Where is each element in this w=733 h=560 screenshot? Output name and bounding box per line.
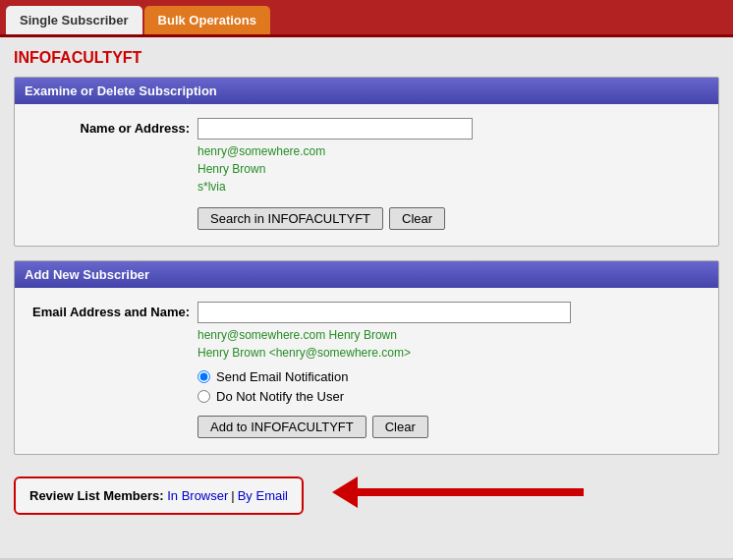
email-name-row: Email Address and Name: henry@somewhere.… <box>30 302 703 362</box>
hint-wildcard: s*lvia <box>197 180 226 194</box>
email-name-input[interactable] <box>197 302 571 323</box>
hint-name: Henry Brown <box>197 162 265 176</box>
review-bar: Review List Members: In Browser | By Ema… <box>14 476 304 515</box>
add-hint-2: Henry Brown <henry@somewhere.com> <box>197 346 411 360</box>
name-address-row: Name or Address: henry@somewhere.com Hen… <box>30 118 703 196</box>
add-clear-button[interactable]: Clear <box>372 416 428 438</box>
radio-notify-row: Send Email Notification <box>197 369 703 384</box>
add-section-body: Email Address and Name: henry@somewhere.… <box>15 288 718 454</box>
hint-email: henry@somewhere.com <box>197 144 325 158</box>
examine-hints: henry@somewhere.com Henry Brown s*lvia <box>197 142 703 196</box>
tab-single-subscriber[interactable]: Single Subscriber <box>6 6 142 34</box>
name-address-label: Name or Address: <box>30 118 197 136</box>
main-content: INFOFACULTYFT Examine or Delete Subscrip… <box>0 37 733 558</box>
tab-bulk-operations[interactable]: Bulk Operations <box>144 6 270 34</box>
arrow-line <box>333 476 584 508</box>
add-hint-1: henry@somewhere.com Henry Brown <box>197 328 397 342</box>
review-row: Review List Members: In Browser | By Ema… <box>14 469 719 515</box>
radio-no-notify-row: Do Not Notify the User <box>197 389 703 404</box>
radio-no-notify-label: Do Not Notify the User <box>216 389 344 404</box>
radio-notify[interactable] <box>197 370 210 383</box>
page-title: INFOFACULTYFT <box>14 49 719 67</box>
add-button[interactable]: Add to INFOFACULTYFT <box>197 416 366 438</box>
review-separator: | <box>231 488 234 503</box>
add-section: Add New Subscriber Email Address and Nam… <box>14 260 719 455</box>
arrow-wrapper <box>333 476 584 508</box>
arrow-shaft <box>358 488 584 496</box>
add-section-header: Add New Subscriber <box>15 261 718 288</box>
examine-clear-button[interactable]: Clear <box>389 207 445 230</box>
tabs-bar: Single Subscriber Bulk Operations <box>0 0 733 37</box>
radio-notify-label: Send Email Notification <box>216 369 348 384</box>
search-button[interactable]: Search in INFOFACULTYFT <box>197 207 383 230</box>
examine-section-body: Name or Address: henry@somewhere.com Hen… <box>15 104 718 246</box>
examine-buttons-row: Search in INFOFACULTYFT Clear <box>197 207 703 230</box>
name-address-input[interactable] <box>197 118 473 140</box>
add-hints: henry@somewhere.com Henry Brown Henry Br… <box>197 326 703 362</box>
arrow-head <box>332 476 358 508</box>
email-name-label: Email Address and Name: <box>30 302 197 319</box>
name-address-right: henry@somewhere.com Henry Brown s*lvia <box>197 118 703 196</box>
review-email-link[interactable]: By Email <box>238 488 288 503</box>
review-label: Review List Members: <box>29 488 164 503</box>
radio-no-notify[interactable] <box>197 390 210 403</box>
add-buttons-row: Add to INFOFACULTYFT Clear <box>197 416 703 438</box>
examine-section-header: Examine or Delete Subscription <box>15 78 718 104</box>
email-name-right: henry@somewhere.com Henry Brown Henry Br… <box>197 302 703 362</box>
examine-section: Examine or Delete Subscription Name or A… <box>14 77 719 247</box>
review-browser-link[interactable]: In Browser <box>167 488 228 503</box>
